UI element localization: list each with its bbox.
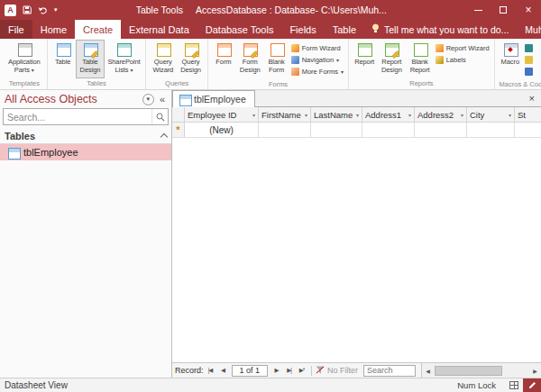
record-navigation-bar: Record: |◀ ◀ 1 of 1 ▶ ▶| ▶* No Filter ◀ … bbox=[172, 362, 541, 378]
blank-form-button[interactable]: Blank Form bbox=[264, 40, 289, 79]
undo-icon[interactable] bbox=[38, 2, 48, 18]
signed-in-user[interactable]: Muhammad Waqas bbox=[516, 20, 541, 39]
dropdown-icon: ▾ bbox=[130, 68, 133, 73]
query-wizard-icon bbox=[156, 43, 170, 56]
select-all-cell[interactable] bbox=[172, 107, 185, 123]
access-app-icon[interactable]: A bbox=[5, 5, 16, 16]
contextual-tab-group-label: Table Tools bbox=[136, 5, 183, 15]
datasheet-view-button[interactable] bbox=[505, 378, 523, 392]
navigation-button[interactable]: Navigation ▾ bbox=[291, 54, 344, 65]
query-design-label: Query Design bbox=[180, 58, 201, 74]
record-search-input[interactable] bbox=[363, 365, 416, 377]
blank-report-icon bbox=[413, 43, 427, 56]
last-record-button[interactable]: ▶| bbox=[283, 365, 295, 377]
column-header-lastname[interactable]: LastName ▾ bbox=[311, 107, 362, 123]
previous-record-button[interactable]: ◀ bbox=[217, 365, 229, 377]
sidebar-section-tables[interactable]: Tables bbox=[0, 128, 171, 144]
tab-database-tools[interactable]: Database Tools bbox=[197, 20, 282, 39]
minimize-button[interactable] bbox=[465, 0, 491, 20]
design-view-button[interactable] bbox=[523, 378, 541, 392]
cell-state[interactable] bbox=[515, 123, 541, 138]
tab-create[interactable]: Create bbox=[75, 20, 121, 39]
labels-button[interactable]: Labels bbox=[436, 54, 490, 65]
tab-home[interactable]: Home bbox=[32, 20, 75, 39]
report-wizard-button[interactable]: Report Wizard bbox=[436, 42, 490, 53]
cell-employee-id-new[interactable]: (New) bbox=[185, 123, 259, 138]
cell-address2[interactable] bbox=[415, 123, 467, 138]
query-design-button[interactable]: Query Design bbox=[177, 40, 205, 78]
datasheet-header-row: Employee ID ▾ FirstName ▾ LastName ▾ Add… bbox=[172, 107, 541, 123]
cell-firstname[interactable] bbox=[259, 123, 311, 138]
shutter-bar-collapse-icon[interactable]: « bbox=[160, 94, 167, 105]
more-forms-button[interactable]: More Forms ▾ bbox=[291, 66, 344, 77]
new-record-row: * (New) bbox=[172, 123, 541, 138]
application-parts-button[interactable]: Application Parts ▾ bbox=[5, 40, 44, 78]
table-design-button[interactable]: Table Design bbox=[76, 40, 105, 78]
tab-file[interactable]: File bbox=[0, 20, 32, 39]
document-close-icon[interactable]: × bbox=[523, 93, 541, 104]
object-filter-dropdown-icon[interactable]: ▾ bbox=[142, 94, 154, 105]
new-record-button[interactable]: ▶* bbox=[296, 365, 307, 377]
quick-access-toolbar: A ▾ bbox=[0, 2, 58, 18]
tab-external-data[interactable]: External Data bbox=[121, 20, 197, 39]
status-bar: Datasheet View Num Lock bbox=[0, 378, 541, 392]
next-record-button[interactable]: ▶ bbox=[270, 365, 282, 377]
column-header-city[interactable]: City ▾ bbox=[467, 107, 515, 123]
column-header-firstname[interactable]: FirstName ▾ bbox=[259, 107, 311, 123]
blank-report-button[interactable]: Blank Report bbox=[407, 40, 434, 78]
cell-address1[interactable] bbox=[362, 123, 415, 138]
column-dropdown-icon[interactable]: ▾ bbox=[252, 112, 255, 118]
column-dropdown-icon[interactable]: ▾ bbox=[509, 112, 511, 118]
class-module-button[interactable] bbox=[525, 54, 533, 65]
module-icon bbox=[525, 44, 533, 52]
cell-city[interactable] bbox=[467, 123, 515, 138]
column-header-employee-id[interactable]: Employee ID ▾ bbox=[185, 107, 259, 123]
navigation-search-input[interactable] bbox=[4, 112, 151, 123]
query-wizard-button[interactable]: Query Wizard bbox=[149, 40, 177, 78]
scroll-left-icon[interactable]: ◀ bbox=[422, 363, 434, 378]
search-icon[interactable] bbox=[151, 109, 168, 124]
column-header-label: FirstName bbox=[261, 110, 301, 120]
report-button[interactable]: Report bbox=[352, 40, 377, 78]
save-icon[interactable] bbox=[23, 2, 32, 18]
column-dropdown-icon[interactable]: ▾ bbox=[461, 112, 463, 118]
report-design-button[interactable]: Report Design bbox=[377, 40, 406, 78]
tell-me-box[interactable]: Tell me what you want to do... bbox=[364, 20, 516, 39]
close-button[interactable]: × bbox=[516, 0, 541, 20]
column-header-state[interactable]: St bbox=[515, 107, 541, 123]
design-view-icon bbox=[528, 381, 536, 389]
maximize-button[interactable] bbox=[491, 0, 516, 20]
module-button[interactable] bbox=[525, 42, 533, 53]
column-header-address1[interactable]: Address1 ▾ bbox=[362, 107, 415, 123]
form-wizard-button[interactable]: Form Wizard bbox=[291, 42, 344, 53]
tab-table[interactable]: Table bbox=[325, 20, 364, 39]
view-status-label: Datasheet View bbox=[5, 380, 68, 390]
tab-fields[interactable]: Fields bbox=[281, 20, 324, 39]
macro-icon bbox=[503, 43, 518, 56]
document-tab-tblemployee[interactable]: tblEmployee bbox=[172, 90, 255, 107]
form-design-button[interactable]: Form Design bbox=[236, 40, 264, 79]
report-icon bbox=[357, 43, 371, 56]
navigation-icon bbox=[291, 56, 299, 64]
form-button[interactable]: Form bbox=[211, 40, 236, 79]
sidebar-item-tblemployee[interactable]: tblEmployee bbox=[0, 144, 171, 160]
column-dropdown-icon[interactable]: ▾ bbox=[356, 112, 359, 118]
blank-form-icon bbox=[270, 43, 284, 56]
title-bar: A ▾ Table Tools AccessDatabase : Databas… bbox=[0, 0, 541, 20]
record-position[interactable]: 1 of 1 bbox=[232, 365, 269, 377]
column-dropdown-icon[interactable]: ▾ bbox=[408, 112, 411, 118]
scrollbar-thumb[interactable] bbox=[435, 366, 502, 376]
cell-lastname[interactable] bbox=[311, 123, 362, 138]
first-record-button[interactable]: |◀ bbox=[205, 365, 216, 377]
new-record-selector[interactable]: * bbox=[172, 123, 185, 138]
column-header-address2[interactable]: Address2 ▾ bbox=[415, 107, 467, 123]
no-filter-button[interactable]: No Filter bbox=[316, 366, 358, 376]
macro-button[interactable]: Macro bbox=[498, 40, 523, 79]
scroll-right-icon[interactable]: ▶ bbox=[529, 363, 541, 378]
ribbon-group-tables: Table Table Design SharePoint Lists ▾ Ta… bbox=[48, 39, 147, 89]
visual-basic-button[interactable] bbox=[525, 66, 533, 77]
group-label-queries: Queries bbox=[149, 78, 204, 89]
column-dropdown-icon[interactable]: ▾ bbox=[305, 112, 307, 118]
sharepoint-lists-button[interactable]: SharePoint Lists ▾ bbox=[105, 40, 142, 78]
table-button[interactable]: Table bbox=[50, 40, 76, 78]
